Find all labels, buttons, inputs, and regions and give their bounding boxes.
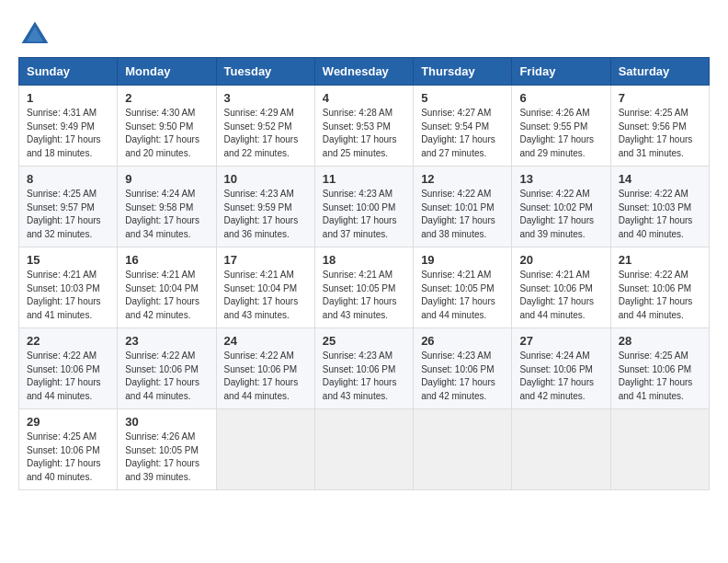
day-info: Sunrise: 4:23 AM Sunset: 10:00 PM Daylig… [323, 188, 405, 241]
day-number: 10 [224, 172, 307, 186]
day-number: 23 [125, 334, 208, 348]
day-number: 21 [619, 253, 701, 267]
calendar-cell: 1Sunrise: 4:31 AM Sunset: 9:49 PM Daylig… [19, 86, 118, 167]
day-info: Sunrise: 4:21 AM Sunset: 10:05 PM Daylig… [323, 269, 405, 322]
day-number: 27 [519, 334, 602, 348]
calendar-week-row: 15Sunrise: 4:21 AM Sunset: 10:03 PM Dayl… [19, 247, 710, 328]
day-number: 26 [421, 334, 504, 348]
day-info: Sunrise: 4:21 AM Sunset: 10:04 PM Daylig… [224, 269, 307, 322]
calendar-cell: 12Sunrise: 4:22 AM Sunset: 10:01 PM Dayl… [414, 167, 512, 247]
day-info: Sunrise: 4:21 AM Sunset: 10:04 PM Daylig… [125, 269, 208, 322]
calendar-cell: 21Sunrise: 4:22 AM Sunset: 10:06 PM Dayl… [610, 247, 709, 328]
calendar-week-row: 22Sunrise: 4:22 AM Sunset: 10:06 PM Dayl… [19, 328, 710, 409]
calendar-cell: 19Sunrise: 4:21 AM Sunset: 10:05 PM Dayl… [414, 247, 512, 328]
calendar-cell: 10Sunrise: 4:23 AM Sunset: 9:59 PM Dayli… [216, 167, 314, 247]
calendar-week-row: 29Sunrise: 4:25 AM Sunset: 10:06 PM Dayl… [19, 409, 710, 490]
calendar-cell: 15Sunrise: 4:21 AM Sunset: 10:03 PM Dayl… [19, 247, 118, 328]
day-info: Sunrise: 4:25 AM Sunset: 10:06 PM Daylig… [619, 350, 701, 403]
header-sunday: Sunday [19, 58, 118, 86]
calendar-cell: 30Sunrise: 4:26 AM Sunset: 10:05 PM Dayl… [118, 409, 216, 490]
calendar-cell: 23Sunrise: 4:22 AM Sunset: 10:06 PM Dayl… [118, 328, 216, 409]
day-info: Sunrise: 4:23 AM Sunset: 10:06 PM Daylig… [421, 350, 504, 403]
calendar-cell [216, 409, 314, 490]
calendar-cell [610, 409, 709, 490]
calendar-cell [512, 409, 610, 490]
day-info: Sunrise: 4:30 AM Sunset: 9:50 PM Dayligh… [125, 107, 208, 160]
day-info: Sunrise: 4:25 AM Sunset: 9:56 PM Dayligh… [619, 107, 701, 160]
calendar-table: SundayMondayTuesdayWednesdayThursdayFrid… [18, 57, 710, 490]
calendar-cell: 22Sunrise: 4:22 AM Sunset: 10:06 PM Dayl… [19, 328, 118, 409]
day-info: Sunrise: 4:31 AM Sunset: 9:49 PM Dayligh… [27, 107, 109, 160]
calendar-cell: 4Sunrise: 4:28 AM Sunset: 9:53 PM Daylig… [314, 86, 413, 167]
calendar-cell [414, 409, 512, 490]
day-info: Sunrise: 4:26 AM Sunset: 9:55 PM Dayligh… [519, 107, 602, 160]
day-info: Sunrise: 4:24 AM Sunset: 9:58 PM Dayligh… [125, 188, 208, 241]
day-info: Sunrise: 4:29 AM Sunset: 9:52 PM Dayligh… [224, 107, 307, 160]
day-info: Sunrise: 4:22 AM Sunset: 10:06 PM Daylig… [27, 350, 109, 403]
day-info: Sunrise: 4:24 AM Sunset: 10:06 PM Daylig… [519, 350, 602, 403]
day-info: Sunrise: 4:25 AM Sunset: 10:06 PM Daylig… [27, 431, 109, 484]
calendar-cell: 26Sunrise: 4:23 AM Sunset: 10:06 PM Dayl… [414, 328, 512, 409]
logo-icon [18, 18, 51, 52]
calendar-cell: 14Sunrise: 4:22 AM Sunset: 10:03 PM Dayl… [610, 167, 709, 247]
header-thursday: Thursday [414, 58, 512, 86]
calendar-cell: 11Sunrise: 4:23 AM Sunset: 10:00 PM Dayl… [314, 167, 413, 247]
calendar-cell: 3Sunrise: 4:29 AM Sunset: 9:52 PM Daylig… [216, 86, 314, 167]
day-number: 19 [421, 253, 504, 267]
day-number: 14 [619, 172, 701, 186]
header [18, 18, 710, 52]
day-info: Sunrise: 4:23 AM Sunset: 9:59 PM Dayligh… [224, 188, 307, 241]
day-number: 1 [27, 91, 109, 105]
day-info: Sunrise: 4:23 AM Sunset: 10:06 PM Daylig… [323, 350, 405, 403]
day-number: 12 [421, 172, 504, 186]
day-number: 15 [27, 253, 109, 267]
calendar-cell: 25Sunrise: 4:23 AM Sunset: 10:06 PM Dayl… [314, 328, 413, 409]
day-number: 9 [125, 172, 208, 186]
header-monday: Monday [118, 58, 216, 86]
day-number: 4 [323, 91, 405, 105]
calendar-cell: 20Sunrise: 4:21 AM Sunset: 10:06 PM Dayl… [512, 247, 610, 328]
day-number: 16 [125, 253, 208, 267]
day-number: 28 [619, 334, 701, 348]
day-info: Sunrise: 4:22 AM Sunset: 10:06 PM Daylig… [619, 269, 701, 322]
day-number: 7 [619, 91, 701, 105]
calendar-cell: 7Sunrise: 4:25 AM Sunset: 9:56 PM Daylig… [610, 86, 709, 167]
day-number: 29 [27, 415, 109, 429]
day-info: Sunrise: 4:21 AM Sunset: 10:05 PM Daylig… [421, 269, 504, 322]
day-number: 24 [224, 334, 307, 348]
day-info: Sunrise: 4:21 AM Sunset: 10:06 PM Daylig… [519, 269, 602, 322]
calendar-cell: 28Sunrise: 4:25 AM Sunset: 10:06 PM Dayl… [610, 328, 709, 409]
day-info: Sunrise: 4:22 AM Sunset: 10:03 PM Daylig… [619, 188, 701, 241]
calendar-cell: 6Sunrise: 4:26 AM Sunset: 9:55 PM Daylig… [512, 86, 610, 167]
calendar-cell: 17Sunrise: 4:21 AM Sunset: 10:04 PM Dayl… [216, 247, 314, 328]
day-info: Sunrise: 4:26 AM Sunset: 10:05 PM Daylig… [125, 431, 208, 484]
day-info: Sunrise: 4:28 AM Sunset: 9:53 PM Dayligh… [323, 107, 405, 160]
header-saturday: Saturday [610, 58, 709, 86]
day-info: Sunrise: 4:22 AM Sunset: 10:06 PM Daylig… [224, 350, 307, 403]
calendar-cell: 9Sunrise: 4:24 AM Sunset: 9:58 PM Daylig… [118, 167, 216, 247]
day-number: 22 [27, 334, 109, 348]
day-number: 20 [519, 253, 602, 267]
day-info: Sunrise: 4:22 AM Sunset: 10:01 PM Daylig… [421, 188, 504, 241]
calendar-cell: 18Sunrise: 4:21 AM Sunset: 10:05 PM Dayl… [314, 247, 413, 328]
calendar-cell: 8Sunrise: 4:25 AM Sunset: 9:57 PM Daylig… [19, 167, 118, 247]
day-number: 17 [224, 253, 307, 267]
day-number: 11 [323, 172, 405, 186]
day-info: Sunrise: 4:27 AM Sunset: 9:54 PM Dayligh… [421, 107, 504, 160]
day-number: 8 [27, 172, 109, 186]
calendar-cell: 13Sunrise: 4:22 AM Sunset: 10:02 PM Dayl… [512, 167, 610, 247]
day-number: 25 [323, 334, 405, 348]
day-number: 18 [323, 253, 405, 267]
header-tuesday: Tuesday [216, 58, 314, 86]
calendar-cell: 2Sunrise: 4:30 AM Sunset: 9:50 PM Daylig… [118, 86, 216, 167]
day-number: 13 [519, 172, 602, 186]
day-number: 5 [421, 91, 504, 105]
logo [18, 18, 57, 52]
calendar-cell: 24Sunrise: 4:22 AM Sunset: 10:06 PM Dayl… [216, 328, 314, 409]
calendar-week-row: 1Sunrise: 4:31 AM Sunset: 9:49 PM Daylig… [19, 86, 710, 167]
day-number: 3 [224, 91, 307, 105]
calendar-header-row: SundayMondayTuesdayWednesdayThursdayFrid… [19, 58, 710, 86]
calendar-cell: 5Sunrise: 4:27 AM Sunset: 9:54 PM Daylig… [414, 86, 512, 167]
day-info: Sunrise: 4:22 AM Sunset: 10:02 PM Daylig… [519, 188, 602, 241]
day-number: 2 [125, 91, 208, 105]
